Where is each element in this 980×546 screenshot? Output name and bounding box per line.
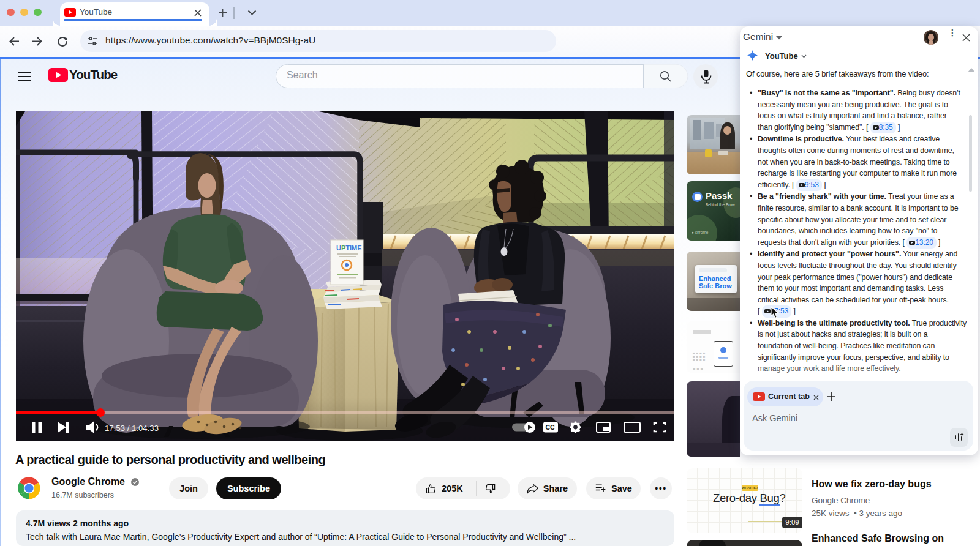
svg-text:UPTIME: UPTIME	[336, 244, 362, 252]
svg-text:17:53 / 1:04:33: 17:53 / 1:04:33	[105, 424, 159, 433]
svg-text:CC: CC	[546, 424, 556, 431]
